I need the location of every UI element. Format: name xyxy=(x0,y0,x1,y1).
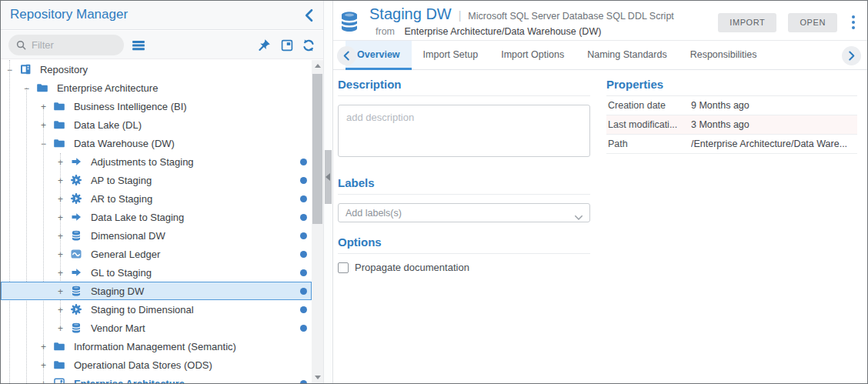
expander-icon[interactable]: + xyxy=(38,375,48,383)
repository-manager-window: Repository Manager − Repository xyxy=(0,0,868,384)
splitter-grip[interactable] xyxy=(325,150,332,204)
description-input[interactable] xyxy=(338,105,590,157)
detail-tabs: Overview Import Setup Import Options Nam… xyxy=(333,41,867,70)
tree-item-data-lake-to-staging[interactable]: + Data Lake to Staging xyxy=(1,208,312,226)
pin-icon[interactable] xyxy=(257,38,271,52)
tree-item-data-lake[interactable]: + Data Lake (DL) xyxy=(1,115,312,134)
expander-icon[interactable]: + xyxy=(55,264,65,282)
repository-icon xyxy=(19,63,32,75)
expander-icon[interactable]: − xyxy=(5,61,15,79)
collapse-arrow-icon xyxy=(326,173,330,181)
search-icon xyxy=(15,39,27,51)
object-header: Staging DW | Microsoft SQL Server Databa… xyxy=(333,1,867,41)
process-gear-icon xyxy=(70,192,82,205)
tree-item-gl-to-staging[interactable]: + GL to Staging xyxy=(1,263,312,282)
tab-responsibilities[interactable]: Responsibilities xyxy=(679,41,769,70)
mapping-arrow-icon xyxy=(70,266,82,279)
labels-heading: Labels xyxy=(338,176,590,195)
collapse-panel-button[interactable] xyxy=(302,8,317,23)
status-dot xyxy=(300,232,307,239)
scroll-down-button[interactable] xyxy=(312,372,323,383)
chevron-left-icon xyxy=(341,50,352,62)
scroll-up-button[interactable] xyxy=(312,60,323,72)
tab-import-setup[interactable]: Import Setup xyxy=(412,41,490,70)
checkbox-label[interactable]: Propagate documentation xyxy=(355,262,469,273)
tab-import-options[interactable]: Import Options xyxy=(489,41,576,70)
tree-item-business-intelligence[interactable]: + Business Intelligence (BI) xyxy=(1,97,312,115)
expander-icon[interactable]: + xyxy=(55,153,65,172)
tree-item-enterprise-architecture[interactable]: − Enterprise Architecture xyxy=(1,78,312,97)
tree-item-staging-to-dimensional[interactable]: + Staging to Dimensional xyxy=(1,300,312,319)
expander-icon[interactable]: + xyxy=(55,301,65,319)
panel-title: Repository Manager xyxy=(10,7,128,22)
folder-icon xyxy=(53,340,65,352)
expander-icon[interactable]: + xyxy=(38,338,48,356)
expander-icon[interactable]: + xyxy=(55,245,65,264)
expander-icon[interactable]: + xyxy=(55,227,65,245)
expander-icon[interactable]: + xyxy=(38,356,48,375)
tree-item-repository[interactable]: − Repository xyxy=(1,60,312,78)
import-button[interactable]: IMPORT xyxy=(718,13,776,32)
tree-toolbar xyxy=(1,31,323,59)
window-icon[interactable] xyxy=(280,38,294,52)
expander-icon[interactable]: + xyxy=(38,98,48,116)
refresh-icon[interactable] xyxy=(302,38,315,52)
mapping-arrow-icon xyxy=(70,211,82,223)
tree-item-data-warehouse[interactable]: − Data Warehouse (DW) xyxy=(1,134,312,152)
status-dot xyxy=(300,195,307,202)
expander-icon[interactable]: + xyxy=(55,190,65,209)
tree-item-ap-to-staging[interactable]: + AP to Staging xyxy=(1,171,312,189)
tab-naming-standards[interactable]: Naming Standards xyxy=(576,41,679,70)
chevron-down-icon xyxy=(574,210,583,216)
object-title: Staging DW xyxy=(369,5,452,23)
labels-input[interactable] xyxy=(339,204,589,222)
property-row-last-modification: Last modificati... 3 Months ago xyxy=(606,115,857,135)
panel-splitter[interactable] xyxy=(323,1,333,383)
folder-icon xyxy=(53,119,65,131)
left-panel-header: Repository Manager xyxy=(1,1,323,30)
tabs-scroll-right-button[interactable] xyxy=(842,46,861,65)
object-source-path: Enterprise Architecture/Data Warehouse (… xyxy=(404,26,601,37)
object-title-block: Staging DW | Microsoft SQL Server Databa… xyxy=(369,5,698,37)
expander-icon[interactable]: + xyxy=(55,172,65,190)
filter-box[interactable] xyxy=(8,35,124,55)
open-button[interactable]: OPEN xyxy=(788,13,837,32)
expander-icon[interactable]: − xyxy=(38,135,48,153)
process-gear-icon xyxy=(70,174,82,186)
expander-icon[interactable]: + xyxy=(55,319,65,338)
propagate-documentation-option: Propagate documentation xyxy=(338,262,590,273)
tree-item-adjustments-to-staging[interactable]: + Adjustments to Staging xyxy=(1,152,312,171)
tabs-scroll-left-button[interactable] xyxy=(337,46,356,65)
overview-content: Description Labels Options Propagate doc… xyxy=(333,71,867,383)
tree-item-staging-dw[interactable]: + Staging DW xyxy=(1,282,312,300)
expander-icon[interactable]: − xyxy=(22,79,32,98)
expander-icon[interactable]: + xyxy=(55,282,65,301)
expander-icon[interactable]: + xyxy=(55,209,65,227)
database-icon xyxy=(70,285,82,297)
repository-tree-panel: Repository Manager − Repository xyxy=(1,1,323,383)
tree-item-enterprise-architecture-erd[interactable]: + Enterprise Architecture xyxy=(1,374,312,383)
kebab-menu-icon[interactable] xyxy=(849,15,858,31)
tree-item-general-ledger[interactable]: + General Ledger xyxy=(1,245,312,263)
tree-item-information-management[interactable]: + Information Management (Semantic) xyxy=(1,337,312,356)
status-dot xyxy=(300,380,307,383)
tree-scrollbar[interactable] xyxy=(312,60,323,383)
left-column: Description Labels Options Propagate doc… xyxy=(338,71,590,273)
folder-icon xyxy=(53,137,65,149)
status-dot xyxy=(300,159,307,165)
tree-item-dimensional-dw[interactable]: + Dimensional DW xyxy=(1,226,312,245)
tree-item-operational-data-stores[interactable]: + Operational Data Stores (ODS) xyxy=(1,356,312,374)
header-actions: IMPORT OPEN xyxy=(718,13,858,32)
filter-input[interactable] xyxy=(32,35,118,55)
tree-item-vendor-mart[interactable]: + Vendor Mart xyxy=(1,319,312,337)
scrollbar-thumb[interactable] xyxy=(312,74,322,224)
property-row-creation-date: Creation date 9 Months ago xyxy=(606,96,857,115)
status-dot xyxy=(300,214,307,221)
tree-item-ar-to-staging[interactable]: + AR to Staging xyxy=(1,189,312,208)
expander-icon[interactable]: + xyxy=(38,116,48,135)
title-separator: | xyxy=(459,9,462,22)
labels-select[interactable] xyxy=(338,203,590,222)
propagate-documentation-checkbox[interactable] xyxy=(338,262,349,273)
chevron-left-icon xyxy=(302,8,317,23)
list-view-icon[interactable] xyxy=(132,38,145,52)
